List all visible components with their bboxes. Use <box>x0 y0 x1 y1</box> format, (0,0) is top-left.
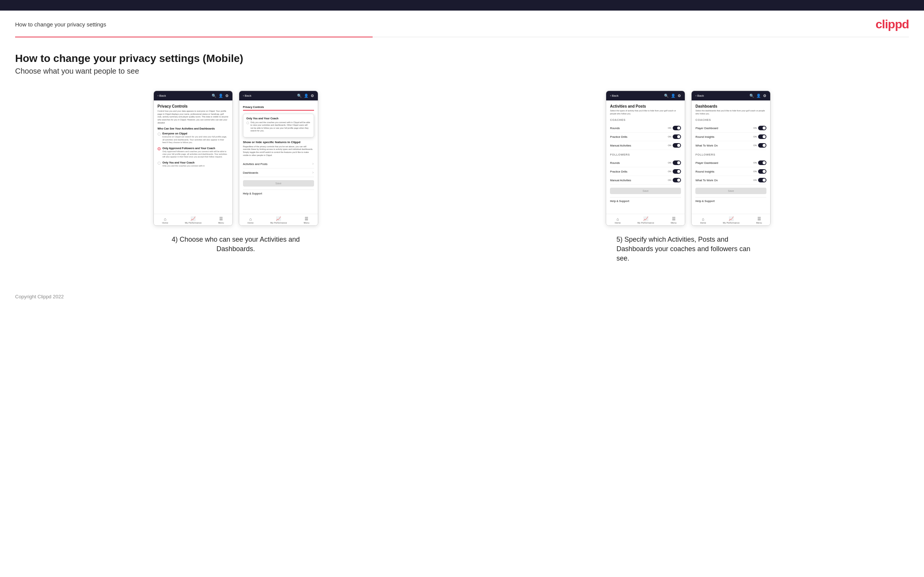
phone-1-nav-icons: 🔍 👤 ⚙ <box>212 93 229 98</box>
phone-4-save-btn[interactable]: Save <box>695 188 766 194</box>
toggle-coaches-practice[interactable]: ON <box>668 134 681 139</box>
phone-2: ‹ Back 🔍 👤 ⚙ Privacy Controls <box>239 90 318 226</box>
phone-4-coaches-work: What To Work On ON <box>695 141 766 150</box>
radio-everyone-label: Everyone on Clippd <box>163 132 229 135</box>
screenshot-group-left: ‹ Back 🔍 👤 ⚙ Privacy Controls Control ho… <box>15 90 457 254</box>
toggle-coaches-manual[interactable]: ON <box>668 143 681 148</box>
toggle-pill[interactable] <box>758 178 766 182</box>
toggle-pill[interactable] <box>758 134 766 139</box>
toggle-followers-player[interactable]: ON <box>753 161 766 165</box>
phone-1-footer-performance[interactable]: 📈 My Performance <box>185 216 202 224</box>
chevron-left-icon: ‹ <box>243 94 244 97</box>
phone-4-nav: ‹ Back 🔍 👤 ⚙ <box>691 91 770 100</box>
phone-3-back[interactable]: ‹ Back <box>610 94 618 97</box>
phone-3-save-btn[interactable]: Save <box>610 188 681 194</box>
phone-2-help-support: Help & Support <box>243 190 314 197</box>
header: How to change your privacy settings clip… <box>0 11 924 37</box>
caption-left: 4) Choose who can see your Activities an… <box>168 235 304 254</box>
page-subheading: Choose what you want people to see <box>15 67 909 76</box>
home-icon: ⌂ <box>702 217 704 221</box>
toggle-pill[interactable] <box>673 169 681 174</box>
toggle-coaches-round[interactable]: ON <box>753 134 766 139</box>
phone-4-footer-menu[interactable]: ☰ Menu <box>756 216 762 224</box>
search-icon[interactable]: 🔍 <box>297 93 302 98</box>
phone-4-footer: ⌂ Home 📈 My Performance ☰ Menu <box>691 214 770 226</box>
menu-icon: ☰ <box>219 216 223 221</box>
search-icon[interactable]: 🔍 <box>212 93 216 98</box>
phone-3-coaches-practice: Practice Drills ON <box>610 132 681 141</box>
settings-icon[interactable]: ⚙ <box>311 93 314 98</box>
toggle-followers-manual[interactable]: ON <box>668 178 681 182</box>
menu-icon: ☰ <box>305 216 309 221</box>
caption-right: 5) Specify which Activities, Posts and D… <box>616 235 760 264</box>
phone-3-body: Activities and Posts Select the types of… <box>606 100 685 214</box>
phone-2-back[interactable]: ‹ Back <box>243 94 251 97</box>
phone-2-footer-home[interactable]: ⌂ Home <box>247 217 254 224</box>
phone-1-footer-home[interactable]: ⌂ Home <box>162 217 168 224</box>
phone-3-coaches-manual: Manual Activities ON <box>610 141 681 150</box>
breadcrumb: How to change your privacy settings <box>15 21 106 27</box>
phone-2-tab[interactable]: Privacy Controls <box>243 104 267 110</box>
toggle-coaches-work[interactable]: ON <box>753 143 766 148</box>
phone-4-footer-performance[interactable]: 📈 My Performance <box>723 216 740 224</box>
phone-1-footer-menu[interactable]: ☰ Menu <box>218 216 224 224</box>
phone-2-menu-activities[interactable]: Activities and Posts > <box>243 160 314 168</box>
overlay-card-title: Only You and Your Coach <box>246 117 311 120</box>
toggle-pill[interactable] <box>758 169 766 174</box>
phone-4: ‹ Back 🔍 👤 ⚙ Dashboards Select the dashb… <box>691 90 771 226</box>
chart-icon: 📈 <box>643 216 648 221</box>
settings-icon[interactable]: ⚙ <box>678 93 681 98</box>
copyright-text: Copyright Clippd 2022 <box>15 294 64 300</box>
radio-everyone[interactable] <box>158 132 161 135</box>
phone-1-option-everyone[interactable]: Everyone on Clippd Everyone on Clippd ca… <box>158 132 229 143</box>
chevron-left-icon: ‹ <box>610 94 611 97</box>
toggle-pill[interactable] <box>673 126 681 130</box>
toggle-followers-practice[interactable]: ON <box>668 169 681 174</box>
toggle-pill[interactable] <box>758 161 766 165</box>
phone-2-save-btn[interactable]: Save <box>243 180 314 187</box>
toggle-pill[interactable] <box>673 161 681 165</box>
toggle-pill[interactable] <box>673 178 681 182</box>
person-icon[interactable]: 👤 <box>756 93 761 98</box>
phone-1-option-only-you[interactable]: Only You and Your Coach Only you and the… <box>158 161 229 167</box>
toggle-followers-rounds[interactable]: ON <box>668 161 681 165</box>
person-icon[interactable]: 👤 <box>218 93 223 98</box>
phone-4-back[interactable]: ‹ Back <box>695 94 704 97</box>
phone-1-option-approved[interactable]: Only Approved Followers and Your Coach O… <box>158 147 229 158</box>
search-icon[interactable]: 🔍 <box>750 93 754 98</box>
toggle-pill[interactable] <box>673 134 681 139</box>
screenshots-row: ‹ Back 🔍 👤 ⚙ Privacy Controls Control ho… <box>15 90 909 264</box>
chevron-right-icon: > <box>312 171 314 174</box>
phone-3-coaches-label: COACHES <box>610 118 681 122</box>
radio-only-you[interactable] <box>158 162 161 164</box>
toggle-followers-work[interactable]: ON <box>753 178 766 182</box>
phone-2-footer-performance[interactable]: 📈 My Performance <box>270 216 287 224</box>
settings-icon[interactable]: ⚙ <box>763 93 766 98</box>
phone-2-menu-dashboards[interactable]: Dashboards > <box>243 168 314 177</box>
toggle-followers-round[interactable]: ON <box>753 169 766 174</box>
phone-3-footer: ⌂ Home 📈 My Performance ☰ Menu <box>606 214 685 226</box>
logo: clippd <box>876 18 909 31</box>
phone-2-footer-menu[interactable]: ☰ Menu <box>304 216 310 224</box>
phone-3-footer-performance[interactable]: 📈 My Performance <box>638 216 654 224</box>
settings-icon[interactable]: ⚙ <box>225 93 229 98</box>
toggle-coaches-player[interactable]: ON <box>753 126 766 130</box>
phone-3-nav: ‹ Back 🔍 👤 ⚙ <box>606 91 685 100</box>
search-icon[interactable]: 🔍 <box>664 93 669 98</box>
phone-4-nav-icons: 🔍 👤 ⚙ <box>750 93 766 98</box>
toggle-coaches-rounds[interactable]: ON <box>668 126 681 130</box>
phone-1-back[interactable]: ‹ Back <box>158 94 166 97</box>
radio-approved[interactable] <box>158 147 161 150</box>
toggle-pill[interactable] <box>758 143 766 148</box>
phone-3-footer-home[interactable]: ⌂ Home <box>614 217 620 224</box>
phone-4-footer-home[interactable]: ⌂ Home <box>700 217 706 224</box>
phone-1-section-title: Privacy Controls <box>158 104 229 108</box>
toggle-pill[interactable] <box>673 143 681 148</box>
phone-2-nav: ‹ Back 🔍 👤 ⚙ <box>239 91 318 100</box>
phone-3-footer-menu[interactable]: ☰ Menu <box>671 216 677 224</box>
person-icon[interactable]: 👤 <box>671 93 675 98</box>
overlay-radio-row: Only you and the coaches you connect wit… <box>246 121 311 132</box>
toggle-pill[interactable] <box>758 126 766 130</box>
top-bar <box>0 0 924 11</box>
person-icon[interactable]: 👤 <box>304 93 309 98</box>
